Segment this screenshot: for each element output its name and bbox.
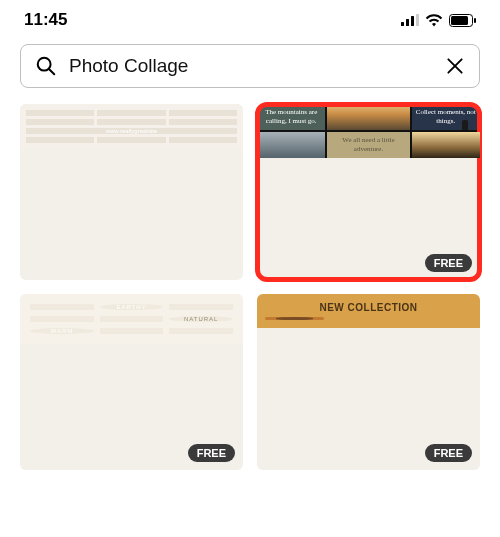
svg-rect-2 <box>411 16 414 26</box>
photo-cell <box>257 132 325 158</box>
svg-line-8 <box>49 69 54 74</box>
template-card-earthy[interactable]: EARTHY NATURAL WARM FREE <box>20 294 243 470</box>
search-box[interactable] <box>20 44 480 88</box>
svg-rect-0 <box>401 22 404 26</box>
photo-cell <box>327 104 409 130</box>
status-indicators <box>401 14 476 27</box>
battery-icon <box>449 14 476 27</box>
circle-label: EARTHY <box>100 304 164 310</box>
template-card-newcollection[interactable]: NEW COLLECTION FREE <box>257 294 480 470</box>
search-container <box>0 36 500 96</box>
template-grid: www.reallygreatsite The mountains are ca… <box>0 96 500 470</box>
free-badge: FREE <box>425 444 472 462</box>
svg-rect-6 <box>474 18 476 23</box>
svg-rect-5 <box>451 16 468 25</box>
search-icon <box>35 55 57 77</box>
template-caption: www.reallygreatsite <box>26 128 237 134</box>
wifi-icon <box>425 14 443 27</box>
svg-rect-1 <box>406 19 409 26</box>
quote-cell: Collect moments, not things. <box>412 104 480 130</box>
clear-icon[interactable] <box>445 56 465 76</box>
free-badge: FREE <box>188 444 235 462</box>
photo-cell <box>412 132 480 158</box>
quote-cell: The mountains are calling, I must go. <box>257 104 325 130</box>
template-card-interior[interactable]: www.reallygreatsite <box>20 104 243 280</box>
template-card-mountains[interactable]: The mountains are calling, I must go. Co… <box>257 104 480 280</box>
circle-label: NATURAL <box>169 316 233 322</box>
free-badge: FREE <box>425 254 472 272</box>
svg-rect-3 <box>416 14 419 26</box>
circle-label: WARM <box>30 328 94 334</box>
status-time: 11:45 <box>24 10 67 30</box>
cellular-icon <box>401 14 419 26</box>
template-title: NEW COLLECTION <box>265 302 472 317</box>
quote-cell: We all need a little adventure. <box>327 132 409 158</box>
status-bar: 11:45 <box>0 0 500 36</box>
search-input[interactable] <box>69 55 433 77</box>
